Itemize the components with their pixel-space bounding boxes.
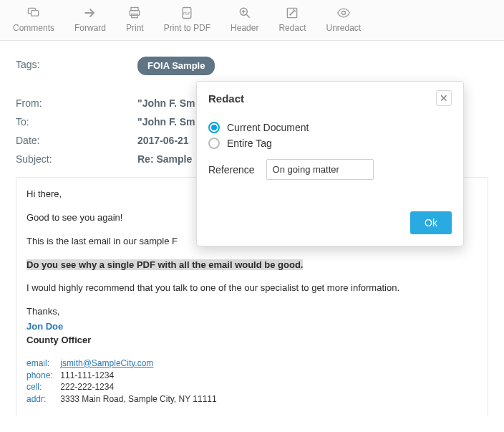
header-icon <box>238 6 252 20</box>
radio-icon <box>208 122 220 133</box>
tags-label: Tags: <box>16 57 137 75</box>
tags-row: Tags: FOIA Sample <box>16 57 488 75</box>
radio-entire-tag[interactable]: Entire Tag <box>208 138 452 149</box>
radio-current-document[interactable]: Current Document <box>208 122 452 133</box>
signature: Jon Doe County Officer <box>26 320 478 347</box>
close-icon: ✕ <box>440 92 448 104</box>
contact-addr: addr: 3333 Main Road, Sample City, NY 11… <box>26 393 478 405</box>
date-label: Date: <box>16 133 137 148</box>
unredact-label: Unredact <box>326 23 361 33</box>
print-button[interactable]: Print <box>120 4 150 34</box>
print-pdf-icon: PDF <box>180 6 194 20</box>
radio-label: Entire Tag <box>227 138 272 149</box>
dialog-close-button[interactable]: ✕ <box>436 90 452 106</box>
reference-label: Reference <box>208 164 255 176</box>
svg-text:PDF: PDF <box>183 11 190 16</box>
contact-email: email: jsmith@SampleCity.com <box>26 357 478 370</box>
redact-button[interactable]: Redact <box>273 4 311 34</box>
comments-button[interactable]: Comments <box>7 4 60 34</box>
radio-label: Current Document <box>227 122 309 133</box>
dialog-footer: Ok <box>208 211 452 234</box>
print-label: Print <box>126 23 144 33</box>
svg-rect-1 <box>32 11 39 16</box>
subject-label: Subject: <box>16 151 137 167</box>
svg-line-8 <box>246 14 250 18</box>
contact-phone: phone: 111-111-1234 <box>26 370 478 382</box>
contact-cell: cell: 222-222-1234 <box>26 381 478 393</box>
forward-icon <box>83 6 97 20</box>
body-line-4: Do you see why a single PDF with all the… <box>26 259 478 272</box>
unredact-button[interactable]: Unredact <box>320 4 367 34</box>
header-button[interactable]: Header <box>225 4 264 34</box>
redact-dialog: Redact ✕ Current Document Entire Tag Ref… <box>196 81 464 246</box>
print-pdf-button[interactable]: PDF Print to PDF <box>158 4 216 34</box>
from-label: From: <box>16 95 137 111</box>
dialog-title: Redact <box>208 92 244 105</box>
body-thanks: Thanks, <box>26 305 478 319</box>
redact-label: Redact <box>278 23 306 33</box>
print-pdf-label: Print to PDF <box>164 23 210 33</box>
header-label: Header <box>231 23 258 33</box>
forward-label: Forward <box>74 23 106 33</box>
to-label: To: <box>16 114 137 130</box>
contact-email-link[interactable]: jsmith@SampleCity.com <box>60 358 153 368</box>
redact-icon <box>285 6 299 20</box>
svg-rect-4 <box>132 14 137 18</box>
comments-label: Comments <box>13 23 54 33</box>
svg-point-12 <box>341 11 345 15</box>
radio-icon <box>208 138 220 149</box>
unredact-icon <box>336 6 351 20</box>
tag-pill[interactable]: FOIA Sample <box>137 57 215 75</box>
ok-button[interactable]: Ok <box>410 211 452 234</box>
reference-row: Reference <box>208 159 452 180</box>
tags-value: FOIA Sample <box>137 57 488 75</box>
highlighted-text[interactable]: Do you see why a single PDF with all the… <box>26 259 303 270</box>
toolbar: Comments Forward Print PDF Print to PDF … <box>0 0 504 41</box>
reference-input[interactable] <box>266 159 374 180</box>
sig-title: County Officer <box>26 335 91 345</box>
dialog-header: Redact ✕ <box>208 90 452 106</box>
print-icon <box>127 6 142 20</box>
sig-name: Jon Doe <box>26 321 63 332</box>
forward-button[interactable]: Forward <box>69 4 112 34</box>
body-line-5: I would highly recommend that you talk t… <box>26 282 413 295</box>
comments-icon <box>26 6 41 20</box>
